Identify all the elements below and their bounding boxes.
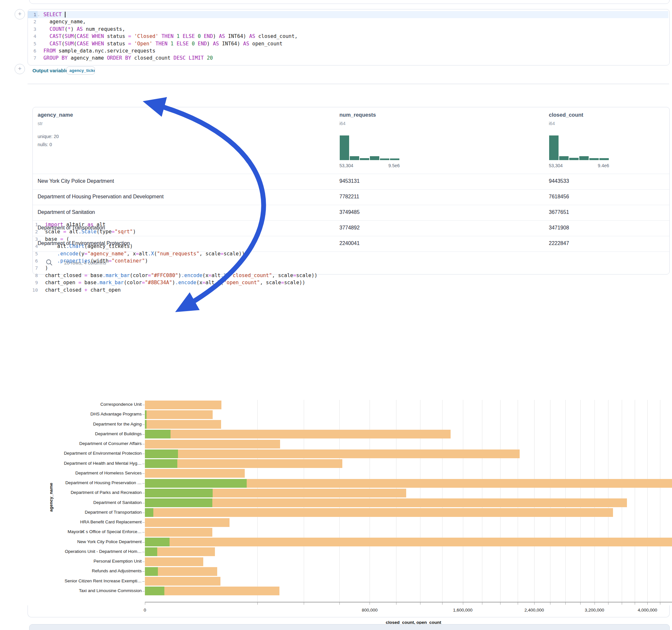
chart-bar-open[interactable]	[145, 420, 146, 429]
code-line[interactable]: 8chart_closed = base.mark_bar(color="#FF…	[28, 272, 669, 279]
fold-spacer	[39, 221, 44, 228]
add-cell-button-top[interactable]: +	[15, 9, 25, 20]
code-text: SELECT	[42, 11, 668, 18]
x-tick	[565, 602, 566, 605]
chart-bar-open[interactable]	[145, 567, 158, 576]
code-line[interactable]: 5 CAST(SUM(CASE WHEN status = 'Open' THE…	[28, 40, 668, 47]
chart-bar-closed[interactable]	[145, 538, 672, 547]
histogram-bar	[369, 156, 380, 161]
code-text: base = (	[44, 236, 669, 243]
x-tick	[304, 602, 304, 605]
y-axis-label: Department of Transportation	[49, 510, 142, 515]
x-tick	[463, 602, 463, 605]
code-line[interactable]: 9chart_open = base.mark_bar(color="#8BC3…	[28, 279, 669, 286]
code-line[interactable]: 10chart_closed + chart_open	[28, 287, 669, 294]
chart-bar-open[interactable]	[145, 459, 177, 468]
y-tick	[142, 523, 145, 523]
chart-bar-open[interactable]	[145, 479, 247, 488]
line-number: 4	[28, 243, 39, 250]
column-title[interactable]: num_requests	[339, 112, 376, 118]
line-number: 7	[28, 264, 39, 272]
table-row[interactable]: Department of Housing Preservation and D…	[33, 189, 669, 205]
chart-bar-open[interactable]	[145, 499, 212, 507]
chart-bar-closed[interactable]	[145, 401, 221, 409]
gridline	[635, 400, 635, 602]
chart-bar-closed[interactable]	[145, 440, 280, 449]
chart-bar-closed[interactable]	[145, 469, 245, 478]
code-text: FROM sample_data.nyc.service_requests	[42, 47, 668, 54]
code-text: COUNT(*) AS num_requests,	[42, 26, 668, 33]
chart-bar-closed[interactable]	[145, 430, 451, 438]
python-code-editor[interactable]: 1import altair as alt2scale = alt.Scale(…	[28, 221, 669, 294]
fold-spacer	[39, 228, 44, 235]
column-type: i64	[339, 121, 345, 126]
chart-bar-closed[interactable]	[145, 420, 221, 429]
code-line[interactable]: 1import altair as alt	[28, 221, 669, 228]
code-line[interactable]: 3 COUNT(*) AS num_requests,	[28, 26, 668, 33]
code-line[interactable]: 1⌄SELECT	[28, 11, 668, 18]
fold-spacer	[39, 264, 44, 272]
line-number: 2	[28, 18, 38, 25]
y-axis-label: Department of Homeless Services	[49, 470, 142, 476]
chart-bar-open[interactable]	[145, 410, 146, 419]
chart-bar-closed[interactable]	[145, 577, 220, 586]
chart-bar-closed[interactable]	[145, 528, 212, 537]
chart-bar-closed[interactable]	[145, 508, 613, 517]
chart-bar-open[interactable]	[145, 450, 178, 458]
column-histogram	[339, 136, 400, 161]
chart-bar-closed[interactable]	[145, 450, 520, 458]
chart-bar-open[interactable]	[145, 430, 170, 438]
y-axis-label: Department of Parks and Recreation	[49, 490, 142, 495]
chart-bar-closed[interactable]	[145, 410, 213, 419]
chart-bar-closed[interactable]	[145, 499, 627, 507]
chart-plot-area: Correspondence UnitDHS Advantage Program…	[0, 397, 672, 626]
chart-bar-closed[interactable]	[145, 587, 280, 595]
x-tick	[550, 602, 550, 605]
code-line[interactable]: 4 CAST(SUM(CASE WHEN status = 'Closed' T…	[28, 33, 668, 40]
x-tick	[580, 602, 581, 605]
chart-bar-open[interactable]	[145, 508, 153, 517]
code-line[interactable]: 4 alt.Chart(agency_tickets)	[28, 243, 669, 250]
code-text: CAST(SUM(CASE WHEN status = 'Closed' THE…	[42, 33, 668, 40]
code-line[interactable]: 5 .encode(y="agency_name", x=alt.X("num_…	[28, 250, 669, 257]
value-cell: 3677651	[549, 209, 569, 215]
fold-chevron-icon[interactable]: ⌄	[38, 11, 42, 18]
table-row[interactable]: Department of Sanitation37494853677651	[33, 205, 669, 221]
histogram-bar	[579, 156, 589, 161]
y-axis-label: Taxi and Limousine Commission	[49, 588, 142, 593]
chart-bar-closed[interactable]	[145, 557, 203, 566]
y-axis-label: Department of Health and Mental Hyg…	[49, 461, 142, 466]
chart-bar-open[interactable]	[145, 547, 157, 556]
histogram-max-label: 9.4e6	[588, 163, 609, 168]
code-line[interactable]: 6 .properties(width="container")	[28, 257, 669, 264]
code-line[interactable]: 7GROUP BY agency_name ORDER BY closed_co…	[28, 54, 668, 62]
chart-bar-open[interactable]	[145, 538, 170, 547]
line-number: 8	[28, 272, 39, 279]
code-line[interactable]: 6FROM sample_data.nyc.service_requests	[28, 47, 668, 54]
column-title[interactable]: agency_name	[38, 112, 73, 118]
code-line[interactable]: 2scale = alt.Scale(type="sqrt")	[28, 228, 669, 235]
chart-bar-open[interactable]	[145, 489, 213, 498]
code-line[interactable]: 2 agency_name,	[28, 18, 668, 25]
line-number: 2	[28, 228, 39, 235]
value-cell: 7618456	[549, 194, 569, 200]
fold-chevron-icon[interactable]: ⌄	[39, 236, 44, 243]
code-text: CAST(SUM(CASE WHEN status = 'Open' THEN …	[42, 40, 668, 47]
chart-bar-closed[interactable]	[145, 518, 230, 527]
column-title[interactable]: closed_count	[549, 112, 583, 118]
code-line[interactable]: 7)	[28, 264, 669, 272]
table-row[interactable]: New York City Police Department945313194…	[33, 174, 669, 190]
y-axis-label: Department of Sanitation	[49, 500, 142, 505]
add-cell-button-mid[interactable]: +	[15, 64, 25, 74]
output-variable-pill[interactable]: agency_tickets	[67, 67, 95, 75]
chart-bar-open[interactable]	[145, 587, 164, 595]
sql-code-editor[interactable]: 1⌄SELECT 2 agency_name,3 COUNT(*) AS num…	[28, 11, 668, 62]
x-tick	[534, 602, 534, 605]
python-cell-bottom-edge	[28, 605, 670, 617]
y-axis-label: Department of Environmental Protection	[49, 451, 142, 456]
y-axis-label: Operations Unit - Department of Hom…	[49, 549, 142, 554]
x-tick	[608, 602, 608, 605]
histogram-max-label: 9.5e6	[378, 163, 400, 168]
code-line[interactable]: 3⌄base = (	[28, 236, 669, 243]
y-axis-label: Department of Buildings	[49, 431, 142, 436]
